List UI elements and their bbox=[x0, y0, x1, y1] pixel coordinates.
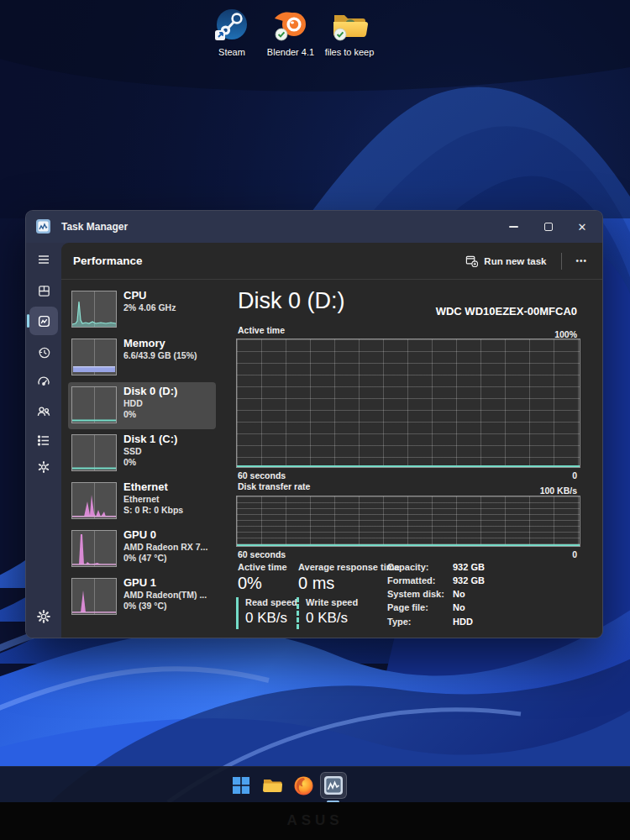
details-icon[interactable] bbox=[26, 426, 61, 454]
disk-detail-row: Page file: No bbox=[387, 602, 428, 612]
perf-item-gpu0[interactable]: GPU 0 AMD Radeon RX 7... 0% (47 °C) bbox=[68, 526, 221, 573]
desktop-icon-steam[interactable]: Steam bbox=[202, 5, 261, 57]
device-model: WDC WD10EZEX-00MFCA0 bbox=[436, 305, 577, 318]
run-new-task-button[interactable]: Run new task bbox=[459, 249, 553, 272]
ethernet-sparkline bbox=[71, 482, 117, 519]
disk0-sparkline bbox=[71, 386, 117, 423]
windows-logo-icon bbox=[232, 776, 250, 795]
active-time-stat-label: Active time bbox=[238, 562, 287, 572]
hamburger-menu-icon[interactable] bbox=[26, 245, 61, 274]
perf-item-disk0[interactable]: Disk 0 (D:) HDD 0% bbox=[68, 382, 216, 429]
minimize-button[interactable] bbox=[496, 211, 530, 243]
title-bar: Task Manager ✕ bbox=[26, 211, 602, 243]
users-icon[interactable] bbox=[26, 397, 61, 426]
desktop-icon-blender[interactable]: Blender 4.1 bbox=[261, 5, 320, 57]
write-speed-label: Write speed bbox=[306, 597, 374, 607]
start-button[interactable] bbox=[229, 774, 253, 797]
taskbar bbox=[0, 766, 630, 802]
chart2-max: 100 KB/s bbox=[540, 486, 577, 496]
perf-item-disk1[interactable]: Disk 1 (C:) SSD 0% bbox=[68, 430, 221, 477]
desktop-icon-label: Blender 4.1 bbox=[261, 47, 320, 57]
desktop-icon-label: files to keep bbox=[320, 47, 379, 57]
page-title: Performance bbox=[73, 255, 143, 267]
disk-transfer-rate-chart bbox=[236, 496, 580, 547]
firefox-icon bbox=[293, 775, 314, 796]
monitor-bezel: ASUS bbox=[0, 802, 630, 840]
avg-response-stat-value: 0 ms bbox=[298, 574, 334, 593]
chart2-min: 0 bbox=[572, 549, 577, 559]
processes-icon[interactable] bbox=[26, 276, 61, 305]
task-manager-taskbar-button[interactable] bbox=[320, 772, 347, 799]
chart2-zero-line bbox=[237, 544, 580, 546]
gpu0-sparkline bbox=[71, 530, 117, 567]
folder-icon bbox=[320, 5, 379, 44]
firefox-button[interactable] bbox=[291, 774, 315, 797]
window-title: Task Manager bbox=[61, 221, 128, 233]
cpu-sparkline bbox=[71, 291, 117, 328]
perf-item-cpu[interactable]: CPU 2% 4.06 GHz bbox=[68, 286, 221, 333]
avg-response-stat-label: Average response time bbox=[298, 562, 400, 572]
chart1-zero-line bbox=[237, 465, 580, 467]
disk-detail-row: Formatted: 932 GB bbox=[387, 575, 435, 585]
gpu1-sparkline bbox=[71, 578, 117, 615]
active-time-chart bbox=[236, 339, 580, 468]
perf-item-gpu1[interactable]: GPU 1 AMD Radeon(TM) ... 0% (39 °C) bbox=[68, 574, 221, 621]
write-speed-value: 0 KB/s bbox=[306, 610, 374, 627]
steam-icon bbox=[202, 5, 261, 44]
app-history-icon[interactable] bbox=[26, 338, 61, 366]
more-options-button[interactable]: ••• bbox=[570, 251, 592, 270]
close-button[interactable]: ✕ bbox=[565, 211, 599, 243]
disk1-sparkline bbox=[71, 434, 117, 471]
blender-icon bbox=[261, 5, 320, 44]
chart1-label: Active time bbox=[238, 325, 285, 335]
nav-rail bbox=[26, 243, 61, 638]
run-new-task-label: Run new task bbox=[484, 256, 546, 266]
run-new-task-icon bbox=[465, 255, 478, 267]
file-explorer-button[interactable] bbox=[260, 774, 284, 797]
monitor-screen: Steam Blender 4.1 bbox=[0, 0, 630, 802]
maximize-button[interactable] bbox=[532, 211, 565, 243]
detail-title: Disk 0 (D:) bbox=[238, 288, 345, 314]
desktop-icon-files-to-keep[interactable]: files to keep bbox=[320, 5, 379, 57]
disk-detail-row: System disk: No bbox=[387, 589, 444, 599]
active-time-stat-value: 0% bbox=[238, 574, 262, 593]
chart1-min: 0 bbox=[572, 470, 577, 480]
services-icon[interactable] bbox=[26, 453, 61, 481]
settings-gear-icon[interactable] bbox=[26, 602, 61, 631]
task-manager-taskbar-icon bbox=[323, 775, 344, 795]
disk-detail-row: Type: HDD bbox=[387, 617, 412, 627]
page-header: Performance Run new task ••• bbox=[61, 243, 602, 280]
header-divider bbox=[561, 253, 562, 270]
chart2-label: Disk transfer rate bbox=[238, 481, 310, 491]
perf-item-memory[interactable]: Memory 6.6/43.9 GB (15%) bbox=[68, 334, 221, 381]
perf-item-ethernet[interactable]: Ethernet Ethernet S: 0 R: 0 Kbps bbox=[68, 478, 221, 525]
write-speed-block: Write speed 0 KB/s bbox=[297, 597, 374, 629]
performance-icon[interactable] bbox=[26, 307, 61, 335]
task-manager-app-icon bbox=[36, 219, 50, 237]
file-explorer-icon bbox=[262, 775, 282, 795]
chart2-x-label: 60 seconds bbox=[238, 549, 286, 559]
desktop-icon-label: Steam bbox=[202, 47, 261, 57]
chart1-x-label: 60 seconds bbox=[238, 470, 286, 480]
memory-sparkline bbox=[71, 339, 117, 375]
task-manager-window: Task Manager ✕ bbox=[25, 210, 603, 638]
startup-apps-icon[interactable] bbox=[26, 367, 61, 396]
disk-detail-row: Capacity: 932 GB bbox=[387, 562, 429, 572]
monitor-brand-logo: ASUS bbox=[0, 812, 630, 829]
